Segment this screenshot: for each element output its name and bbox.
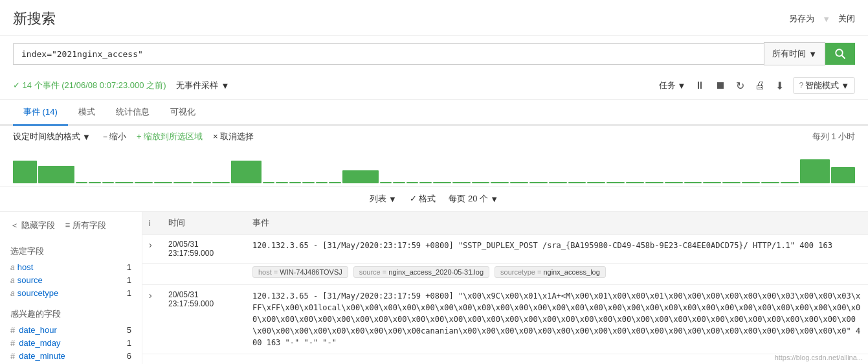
chart-bar[interactable]	[302, 182, 315, 184]
refresh-icon[interactable]: ↻	[735, 78, 746, 93]
sidebar-item-host[interactable]: a host 1	[10, 262, 131, 272]
print-icon[interactable]: 🖨	[753, 78, 766, 93]
search-input[interactable]	[14, 44, 764, 64]
chart-bar[interactable]	[742, 182, 760, 184]
chart-bar[interactable]	[831, 167, 855, 183]
chart-bar[interactable]	[781, 182, 799, 184]
sidebar-item-sourcetype[interactable]: a sourcetype 1	[10, 288, 131, 298]
chart-bar[interactable]	[329, 182, 341, 184]
chart-bar[interactable]	[606, 182, 625, 184]
chart-bar[interactable]	[13, 161, 37, 183]
chart-bar[interactable]	[684, 182, 702, 184]
chart-bar[interactable]	[135, 182, 153, 184]
chart-bar[interactable]	[529, 182, 548, 184]
chart-bar[interactable]	[231, 161, 261, 183]
chart-bar[interactable]	[316, 182, 328, 184]
tab-patterns[interactable]: 模式	[68, 100, 106, 126]
cancel-select-button[interactable]: × 取消选择	[213, 131, 254, 142]
task-button[interactable]: 任务 ▼	[659, 80, 686, 91]
chart-bar[interactable]	[800, 159, 830, 184]
chart-bar[interactable]	[76, 182, 88, 184]
selected-fields-section: 选定字段 a host 1 a source 1 a sourcetype 1	[10, 245, 131, 298]
chart-bar[interactable]	[419, 182, 432, 184]
interesting-fields-section: 感兴趣的字段 # date_hour 5 # date_mday 1 # dat…	[10, 308, 131, 364]
page-title: 新搜索	[13, 9, 56, 28]
expand-cell-2[interactable]: ›	[142, 285, 162, 354]
event-cell-1: 120.132.3.65 - [31/May/2020:23:17:59 +08…	[246, 234, 868, 264]
time-selector[interactable]: 所有时间 ▼	[764, 42, 825, 65]
expand-cell-1[interactable]: ›	[142, 234, 162, 264]
chart-bar[interactable]	[173, 182, 192, 184]
hide-fields-button[interactable]: ＜ 隐藏字段	[10, 220, 55, 231]
chart-bar[interactable]	[38, 166, 74, 184]
chart-bar[interactable]	[89, 182, 101, 184]
timeline-left: 设定时间线的格式 ▼ －缩小 + 缩放到所选区域 × 取消选择	[13, 131, 254, 142]
col-time: 时间	[162, 212, 246, 234]
tabs: 事件 (14) 模式 统计信息 可视化	[0, 100, 868, 126]
table-row: › 20/05/3123:17:59.000 120.132.3.65 - [3…	[142, 285, 868, 354]
chart-bar[interactable]	[510, 182, 528, 184]
search-button[interactable]	[825, 43, 855, 65]
tab-events[interactable]: 事件 (14)	[13, 100, 68, 126]
sidebar-item-source[interactable]: a source 1	[10, 275, 131, 285]
format-button[interactable]: 设定时间线的格式 ▼	[13, 131, 91, 142]
per-page-selector[interactable]: 每页 20 个 ▼	[449, 193, 498, 205]
status-left: ✓ 14 个事件 (21/06/08 0:07:23.000 之前) 无事件采样…	[13, 80, 229, 91]
chart-bar[interactable]	[761, 182, 779, 184]
zoom-out-button[interactable]: －缩小	[101, 131, 126, 142]
stop-icon[interactable]: ⏹	[714, 78, 727, 93]
chart-bar[interactable]	[393, 182, 405, 184]
list-view-button[interactable]: 列表 ▼	[370, 193, 397, 205]
sidebar-item-date-minute[interactable]: # date_minute 6	[10, 351, 131, 361]
chart-bar[interactable]	[722, 182, 740, 184]
chart-bar[interactable]	[703, 182, 721, 184]
save-as-button[interactable]: 另存为	[789, 13, 814, 25]
tab-visualization[interactable]: 可视化	[160, 100, 206, 126]
sidebar: ＜ 隐藏字段 ≡ 所有字段 选定字段 a host 1 a source 1 a…	[0, 212, 142, 364]
svg-line-1	[841, 55, 845, 58]
chart-bar[interactable]	[433, 182, 451, 184]
chart-bar[interactable]	[626, 182, 644, 184]
all-fields-button[interactable]: ≡ 所有字段	[65, 220, 106, 231]
chart-bar[interactable]	[289, 182, 302, 184]
chart-bar[interactable]	[452, 182, 471, 184]
chart-bar[interactable]	[406, 182, 419, 184]
download-icon[interactable]: ⬇	[774, 78, 785, 93]
search-input-wrap	[13, 43, 764, 65]
chart-bar[interactable]	[102, 182, 115, 184]
status-right: 任务 ▼ ⏸ ⏹ ↻ 🖨 ⬇ ? 智能模式 ▼	[659, 77, 855, 94]
tab-statistics[interactable]: 统计信息	[106, 100, 160, 126]
sample-selector[interactable]: 无事件采样 ▼	[176, 80, 229, 91]
chart-bar[interactable]	[212, 182, 230, 184]
header-actions: 另存为 ▼ 关闭	[789, 13, 855, 25]
main-content: ＜ 隐藏字段 ≡ 所有字段 选定字段 a host 1 a source 1 a…	[0, 212, 868, 364]
time-cell-2: 20/05/3123:17:59.000	[162, 285, 246, 354]
chart-bar[interactable]	[645, 182, 663, 184]
interesting-fields-title: 感兴趣的字段	[10, 308, 131, 320]
chart-bar[interactable]	[491, 182, 509, 184]
chart-bar[interactable]	[193, 182, 211, 184]
chart-bar[interactable]	[342, 170, 379, 183]
chart-bar[interactable]	[587, 182, 605, 184]
chart-bar[interactable]	[154, 182, 172, 184]
chart-bar[interactable]	[665, 182, 683, 184]
smart-mode-selector[interactable]: ? 智能模式 ▼	[793, 77, 855, 94]
chart-bar[interactable]	[380, 182, 392, 184]
table-row: › 20/05/3123:17:59.000 120.132.3.65 - [3…	[142, 234, 868, 264]
table-header-row: i 时间 事件	[142, 212, 868, 234]
chart-bar[interactable]	[472, 182, 490, 184]
pause-icon[interactable]: ⏸	[693, 78, 706, 93]
chart-bar[interactable]	[568, 182, 586, 184]
chart-bar[interactable]	[263, 182, 275, 184]
sidebar-item-date-mday[interactable]: # date_mday 1	[10, 338, 131, 348]
col-i: i	[142, 212, 162, 234]
chart-bar[interactable]	[115, 182, 133, 184]
sidebar-item-date-hour[interactable]: # date_hour 5	[10, 325, 131, 335]
chart-bar[interactable]	[276, 182, 288, 184]
close-button[interactable]: 关闭	[838, 13, 855, 25]
format-view-button[interactable]: ✓ 格式	[410, 193, 436, 205]
search-icon	[834, 48, 846, 60]
zoom-in-button[interactable]: + 缩放到所选区域	[137, 131, 203, 142]
chart-bar[interactable]	[549, 182, 567, 184]
col-event: 事件	[246, 212, 868, 234]
